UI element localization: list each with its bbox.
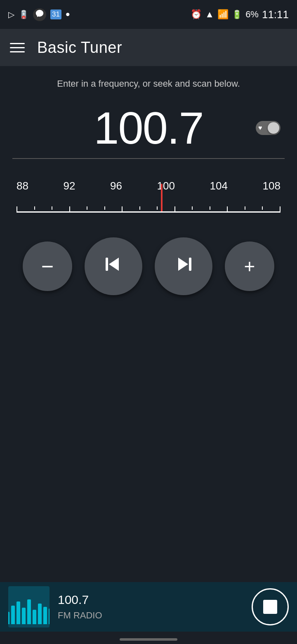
status-left-icons: ▷ 🪫 31 • [8, 7, 70, 21]
hamburger-menu-button[interactable] [10, 43, 25, 52]
tick-13 [227, 206, 228, 211]
tick-10 [174, 206, 175, 211]
audio-bar-6 [38, 604, 42, 624]
station-type: FM RADIO [58, 610, 252, 621]
skip-back-button[interactable] [85, 237, 142, 295]
frequency-area: 100.7 [12, 97, 285, 159]
tick-6 [104, 206, 105, 210]
battery-low-icon: 🪫 [19, 9, 29, 19]
signal-icon: 📶 [217, 9, 229, 20]
station-frequency: 100.7 [58, 593, 252, 607]
svg-marker-1 [109, 258, 119, 271]
instruction-text: Enter in a frequency, or seek and scan b… [12, 78, 285, 89]
tick-8 [139, 206, 140, 210]
audio-bar-4 [27, 599, 31, 624]
tick-11 [192, 206, 193, 210]
tick-4 [69, 206, 70, 211]
frequency-scale[interactable]: 88 92 96 100 104 108 [16, 180, 280, 213]
audio-bar-5 [33, 610, 36, 624]
tick-14 [245, 206, 245, 210]
calendar-icon: 31 [50, 9, 61, 19]
scale-label-92: 92 [64, 180, 75, 192]
now-playing-bar: 100.7 FM RADIO [0, 582, 297, 632]
station-artwork [8, 586, 50, 627]
scale-label-104: 104 [210, 180, 228, 192]
tick-12 [210, 206, 210, 210]
nav-icon: ▷ [8, 9, 14, 19]
tick-9 [157, 206, 158, 210]
skip-forward-icon [173, 254, 194, 279]
audio-bar-0 [8, 612, 9, 624]
tick-16 [280, 206, 280, 211]
stop-icon [263, 600, 277, 614]
minus-icon: − [41, 254, 54, 279]
clock: 11:11 [262, 8, 289, 21]
app-bar: Basic Tuner [0, 29, 297, 66]
audio-bar-2 [16, 601, 20, 624]
svg-rect-0 [106, 258, 108, 271]
tick-2 [34, 206, 35, 210]
increase-button[interactable]: + [225, 242, 274, 291]
stop-button[interactable] [252, 588, 289, 625]
battery-percent: 6% [245, 9, 259, 20]
audio-bar-3 [22, 608, 26, 624]
plus-icon: + [244, 255, 255, 277]
scale-label-100: 100 [157, 180, 175, 192]
scale-label-108: 108 [263, 180, 280, 192]
scale-line [16, 211, 280, 213]
audio-bar-7 [43, 607, 47, 624]
toggle-knob [268, 122, 279, 134]
frequency-display[interactable]: 100.7 [94, 102, 203, 154]
tick-1 [16, 206, 17, 211]
controls: − + [12, 229, 285, 303]
notification-dot-icon: • [66, 7, 70, 21]
favorite-toggle[interactable] [256, 121, 280, 135]
scale-labels: 88 92 96 100 104 108 [16, 180, 280, 197]
app-title: Basic Tuner [37, 39, 122, 57]
messenger-icon [33, 8, 46, 21]
station-info: 100.7 FM RADIO [58, 593, 252, 621]
tick-3 [52, 206, 52, 210]
wifi-icon: ▲ [205, 9, 214, 20]
decrease-button[interactable]: − [23, 242, 72, 291]
scale-ticks [16, 206, 280, 211]
svg-marker-3 [178, 258, 188, 271]
main-content: Enter in a frequency, or seek and scan b… [0, 66, 297, 303]
skip-back-icon [103, 254, 124, 279]
status-right-icons: ⏰ ▲ 📶 🔋 6% 11:11 [191, 8, 289, 21]
audio-bars [8, 599, 50, 624]
audio-bar-8 [49, 608, 50, 624]
scale-label-88: 88 [16, 180, 28, 192]
audio-bar-1 [11, 606, 15, 624]
svg-rect-2 [189, 258, 191, 271]
skip-forward-button[interactable] [155, 237, 212, 295]
tick-7 [122, 206, 123, 211]
tick-15 [262, 206, 263, 210]
status-bar: ▷ 🪫 31 • ⏰ ▲ 📶 🔋 6% 11:11 [0, 0, 297, 29]
scale-label-96: 96 [110, 180, 122, 192]
battery-icon: 🔋 [232, 9, 242, 19]
alarm-icon: ⏰ [191, 9, 202, 20]
home-indicator [120, 638, 177, 641]
tick-5 [87, 206, 87, 210]
